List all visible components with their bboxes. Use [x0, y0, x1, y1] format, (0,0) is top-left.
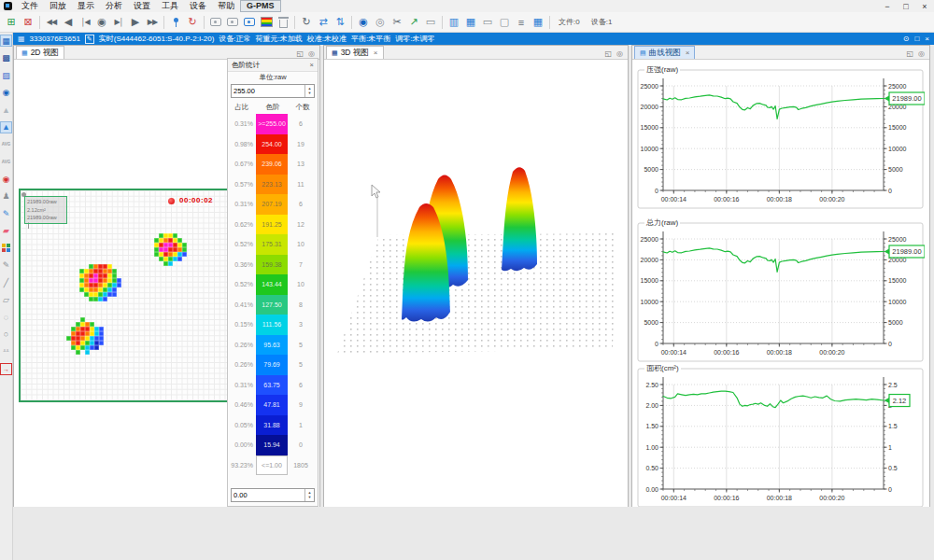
min-level-spinner[interactable]: ▲▼	[304, 489, 314, 501]
avg-forward-icon[interactable]: AVG	[0, 156, 12, 168]
brush-icon[interactable]: ▨	[0, 69, 12, 81]
layout-grid-icon[interactable]: ▦	[463, 14, 478, 30]
surface-flat-icon[interactable]: ▲	[0, 104, 12, 116]
doc-minimize-icon[interactable]: ⊙	[903, 35, 910, 43]
stats-row: 0.62%191.2512	[228, 215, 318, 235]
svg-text:5000: 5000	[888, 166, 903, 173]
sep1	[39, 16, 40, 29]
window-close-icon[interactable]: ×	[915, 2, 934, 11]
svg-text:0: 0	[888, 188, 892, 194]
max-level-input[interactable]	[232, 85, 304, 97]
target-icon[interactable]: ◉	[0, 87, 12, 99]
3d-view-canvas[interactable]	[324, 60, 628, 507]
colorbar-icon[interactable]	[259, 14, 274, 30]
stats-count: 3	[288, 315, 314, 335]
float-panel-icon[interactable]: ◎	[616, 49, 623, 58]
window-minimize-icon[interactable]: −	[878, 2, 897, 11]
video-replay-icon[interactable]	[242, 14, 257, 30]
pencil-icon[interactable]: ✎	[0, 259, 12, 272]
close-window-icon[interactable]: ⊠	[21, 14, 35, 30]
chart-plot: 0050005000100001000015000150002000020000…	[637, 63, 925, 211]
step-backward-icon[interactable]: ◀	[61, 14, 76, 30]
pin-icon[interactable]	[168, 14, 183, 30]
close-tab-icon[interactable]: ×	[686, 49, 690, 57]
surface-3d-icon[interactable]: ▲	[0, 121, 12, 133]
layout-frame-icon[interactable]: ▭	[480, 14, 495, 30]
fast-forward-icon[interactable]: ▶▶	[145, 14, 160, 30]
sep7	[549, 16, 550, 29]
menu-设置[interactable]: 设置	[128, 0, 156, 12]
tab-3d-view[interactable]: ▦ 3D 视图 ×	[326, 46, 384, 59]
maximize-panel-icon[interactable]: ◱	[906, 49, 913, 58]
menu-G-PMS[interactable]: G-PMS	[240, 0, 281, 12]
unit-label: 单位:raw	[228, 72, 318, 83]
polygon-select-icon[interactable]: ▱	[0, 294, 12, 306]
edit-icon[interactable]: ✎	[85, 35, 94, 44]
menu-文件[interactable]: 文件	[16, 0, 44, 12]
record-frame-icon[interactable]: ◉	[94, 14, 109, 30]
svg-text:10000: 10000	[641, 146, 659, 152]
skip-start-icon[interactable]: │◀	[78, 14, 92, 30]
swap-horizontal-icon[interactable]: ⇄	[316, 14, 331, 30]
palette-icon[interactable]	[0, 242, 12, 254]
maximize-panel-icon[interactable]: ◱	[296, 49, 304, 58]
target-active-icon[interactable]: ◉	[356, 14, 371, 30]
panel-3d-header: ▦ 3D 视图 × ◱◎	[324, 46, 628, 60]
3d-view-icon[interactable]: ▩	[0, 52, 12, 64]
min-level-input[interactable]	[232, 489, 304, 501]
cut-icon[interactable]: ✂	[389, 14, 404, 30]
record-point-icon[interactable]: ◉	[0, 173, 12, 185]
close-panel-icon[interactable]: ×	[310, 61, 314, 69]
swap-vertical-icon[interactable]: ⇅	[333, 14, 347, 30]
fast-backward-icon[interactable]: ◀◀	[44, 14, 59, 30]
2d-view-icon[interactable]: ▦	[0, 35, 12, 47]
ellipse-select-icon[interactable]: ◌	[0, 311, 12, 323]
target-icon[interactable]: ◎	[373, 14, 388, 30]
max-level-spinner[interactable]: ▲▼	[304, 85, 314, 97]
avg-back-icon[interactable]: AVG	[0, 138, 12, 150]
window-maximize-icon[interactable]: □	[897, 2, 915, 11]
export-view-icon[interactable]: →	[0, 363, 12, 375]
menu-显示[interactable]: 显示	[72, 0, 100, 12]
list-icon[interactable]: ≡	[514, 14, 529, 30]
add-window-icon[interactable]: ⊞	[4, 14, 19, 30]
refresh-icon[interactable]: ↻	[299, 14, 314, 30]
panel-3d-header-icons: ◱◎	[604, 49, 628, 59]
tab-2d-view[interactable]: ▦ 2D 视图	[16, 46, 64, 59]
skip-end-icon[interactable]: ▶│	[111, 14, 126, 30]
float-panel-icon[interactable]: ◎	[308, 49, 315, 58]
menu-分析[interactable]: 分析	[100, 0, 128, 12]
layout-columns-icon[interactable]: ▥	[446, 14, 461, 30]
annotate-pen-icon[interactable]: ✎	[0, 207, 12, 219]
close-tab-icon[interactable]: ×	[374, 49, 378, 57]
stats-color-cell: <=1.00	[256, 455, 288, 476]
grid-view-icon[interactable]: ▦	[531, 14, 545, 30]
circle-select-icon[interactable]: ○	[0, 329, 12, 341]
menu-帮助[interactable]: 帮助	[212, 0, 240, 12]
trash-icon[interactable]	[276, 14, 290, 30]
calibration-stand-icon[interactable]: ╨╨	[0, 345, 12, 357]
export-icon[interactable]: ↗	[406, 14, 421, 30]
pressure-map[interactable]: 21989.00raw 2.12cm² 21989.00raw 00:00:02	[19, 189, 230, 402]
doc-restore-icon[interactable]: □	[914, 35, 919, 43]
frame-icon[interactable]: ▭	[423, 14, 438, 30]
svg-text:0: 0	[655, 188, 658, 194]
person-icon[interactable]: ♟	[0, 190, 12, 203]
video-off-icon[interactable]	[225, 14, 240, 30]
menu-工具[interactable]: 工具	[156, 0, 184, 12]
svg-text:0: 0	[888, 341, 892, 347]
maximize-panel-icon[interactable]: ◱	[604, 49, 612, 58]
chart-title: 总力(raw)	[644, 217, 680, 228]
video-record-icon[interactable]	[208, 14, 223, 30]
eraser-icon[interactable]: ▰	[0, 225, 12, 237]
menu-设备[interactable]: 设备	[184, 0, 212, 12]
menu-回放[interactable]: 回放	[44, 0, 72, 12]
float-panel-icon[interactable]: ◎	[918, 49, 925, 58]
2d-tab-icon: ▦	[21, 49, 28, 57]
tab-curve-view[interactable]: ▤ 曲线视图 ×	[634, 46, 695, 59]
doc-close-icon[interactable]: ×	[925, 35, 929, 43]
measure-line-icon[interactable]: ╱	[0, 276, 12, 288]
loop-icon[interactable]: ↻	[185, 14, 200, 30]
monitor-icon[interactable]: ▢	[497, 14, 512, 30]
play-icon[interactable]: ▶	[128, 14, 143, 30]
